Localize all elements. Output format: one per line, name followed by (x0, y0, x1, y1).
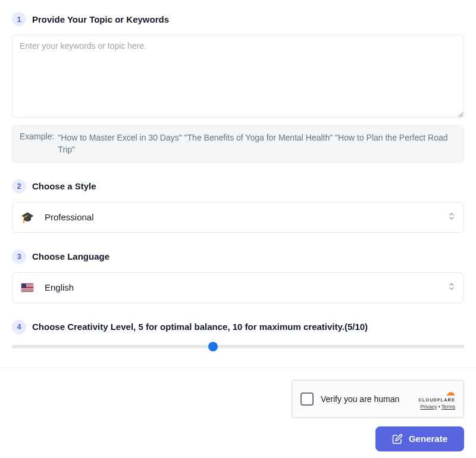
section-topic: 1 Provide Your Topic or Keywords Example… (12, 12, 464, 163)
link-sep: • (437, 404, 441, 410)
captcha-row: Verify you are human ☁ CLOUDFLARE Privac… (12, 380, 464, 418)
captcha-text: Verify you are human (321, 394, 411, 404)
step-badge-4: 4 (12, 320, 26, 334)
example-text: "How to Master Excel in 30 Days" "The Be… (58, 132, 456, 156)
slider-track (12, 345, 464, 348)
divider (0, 367, 476, 368)
terms-link[interactable]: Terms (441, 404, 455, 410)
language-selected-label: English (45, 282, 74, 292)
cloudflare-logo: ☁ CLOUDFLARE (418, 388, 455, 403)
graduation-cap-icon: 🎓 (21, 211, 34, 224)
chevron-updown-icon (448, 282, 455, 294)
us-flag-icon (21, 281, 34, 294)
example-row: Example: "How to Master Excel in 30 Days… (12, 125, 464, 163)
step-badge-1: 1 (12, 12, 26, 26)
captcha-brand: ☁ CLOUDFLARE Privacy • Terms (418, 388, 455, 410)
section-header: 4 Choose Creativity Level, 5 for optimal… (12, 320, 464, 334)
section-header: 2 Choose a Style (12, 179, 464, 194)
step-1-title: Provide Your Topic or Keywords (32, 14, 169, 24)
step-4-title: Choose Creativity Level, 5 for optimal b… (32, 322, 368, 332)
cloudflare-captcha: Verify you are human ☁ CLOUDFLARE Privac… (292, 380, 464, 418)
slider-thumb[interactable] (208, 342, 218, 351)
language-select[interactable]: English (12, 272, 464, 303)
captcha-links: Privacy • Terms (420, 404, 455, 410)
section-style: 2 Choose a Style 🎓 Professional (12, 179, 464, 233)
example-label: Example: (20, 132, 54, 141)
captcha-checkbox[interactable] (300, 392, 314, 406)
topic-input[interactable] (12, 35, 464, 118)
generate-label: Generate (409, 434, 447, 444)
step-3-title: Choose Language (32, 251, 109, 261)
generate-button[interactable]: Generate (375, 426, 464, 451)
edit-icon (392, 434, 403, 444)
step-badge-2: 2 (12, 179, 26, 194)
section-header: 1 Provide Your Topic or Keywords (12, 12, 464, 26)
step-2-title: Choose a Style (32, 181, 96, 191)
step-badge-3: 3 (12, 250, 26, 264)
section-creativity: 4 Choose Creativity Level, 5 for optimal… (12, 320, 464, 351)
creativity-slider[interactable] (12, 342, 464, 351)
style-select[interactable]: 🎓 Professional (12, 202, 464, 233)
section-language: 3 Choose Language English (12, 250, 464, 303)
privacy-link[interactable]: Privacy (420, 404, 437, 410)
generate-row: Generate (12, 418, 464, 451)
cloudflare-wordmark: CLOUDFLARE (418, 397, 455, 403)
section-header: 3 Choose Language (12, 250, 464, 264)
cloud-icon: ☁ (446, 388, 455, 397)
chevron-updown-icon (448, 211, 455, 223)
style-selected-label: Professional (45, 212, 94, 222)
